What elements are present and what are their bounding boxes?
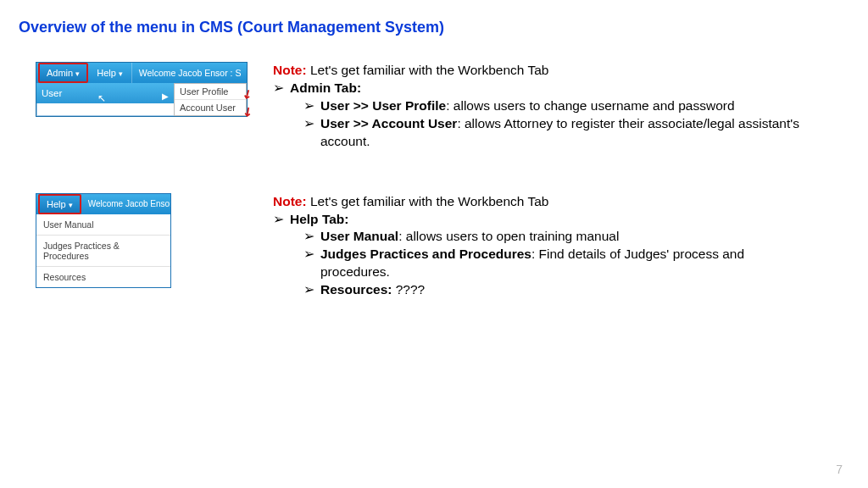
menu-bar: Admin▾ Help▾ Welcome Jacob Ensor : S [36,63,247,83]
welcome-text: Welcome Jacob Ensor : S [132,63,247,83]
user-profile-desc: : allows users to change username and pa… [446,98,734,113]
judges-practices-item[interactable]: Judges Practices & Procedures [36,236,170,267]
account-user-label: Account User [180,103,236,113]
help-menu-button[interactable]: Help▾ [38,194,81,214]
page-title: Overview of the menu in CMS (Court Manag… [0,0,868,36]
user-manual-desc: : allows users to open training manual [398,229,619,243]
resources-bold: Resources: [320,282,392,297]
account-user-item[interactable]: Account User ↙ [175,100,246,115]
resources-desc: ???? [392,282,425,297]
note-text: Let's get familiar with the Workbench Ta… [307,63,549,77]
user-flyout: User Profile ↙ Account User ↙ [174,83,247,116]
bullet-admin-tab: Admin Tab: [273,80,815,97]
admin-tab-label: Admin Tab: [290,80,361,95]
help-label: Help [47,199,66,209]
help-menu-screenshot: Help▾ Welcome Jacob Ensor : User Manual … [36,193,171,288]
admin-menu-button[interactable]: Admin▾ [38,63,88,83]
user-label: User [42,88,62,98]
user-manual-item[interactable]: User Manual [36,214,170,236]
user-profile-item[interactable]: User Profile ↙ [175,84,246,100]
callout-arrow-icon: ↙ [239,103,255,119]
resources-item[interactable]: Resources [36,267,170,287]
bullet-resources: Resources: ???? [273,281,815,299]
bullet-user-manual: User Manual: allows users to open traini… [273,228,815,246]
chevron-right-icon: ▶ [162,86,169,107]
caret-down-icon: ▾ [75,69,80,78]
note-label: Note: [273,63,307,77]
note-label: Note: [273,194,307,208]
note-line: Note: Let's get familiar with the Workbe… [273,62,815,80]
admin-menu-screenshot: Admin▾ Help▾ Welcome Jacob Ensor : S Use… [36,62,248,117]
user-manual-bold: User Manual [320,229,398,243]
help-dropdown: User Manual Judges Practices & Procedure… [36,214,170,287]
cursor-icon: ↖ [97,88,106,108]
bullet-judges-practices: Judges Practices and Procedures: Find de… [273,246,815,281]
admin-description: Note: Let's get familiar with the Workbe… [273,62,815,151]
help-menu-button[interactable]: Help▾ [88,63,132,83]
admin-submenu: User ↖ ▶ User Profile ↙ Account User ↙ [36,83,247,116]
account-user-bold: User >> Account User [320,116,457,130]
row-admin: Admin▾ Help▾ Welcome Jacob Ensor : S Use… [0,62,868,151]
menu-bar: Help▾ Welcome Jacob Ensor : [36,194,170,214]
user-profile-label: User Profile [180,86,228,97]
caret-down-icon: ▾ [119,69,123,78]
bullet-help-tab: Help Tab: [273,211,815,229]
help-label: Help [97,68,116,78]
note-text: Let's get familiar with the Workbench Ta… [307,194,549,208]
help-tab-label: Help Tab: [290,212,348,226]
admin-label: Admin [47,68,73,78]
help-description: Note: Let's get familiar with the Workbe… [273,193,815,300]
user-profile-bold: User >> User Profile [320,98,446,113]
note-line: Note: Let's get familiar with the Workbe… [273,193,815,211]
bullet-account-user: User >> Account User: allows Attorney to… [273,115,815,151]
judges-practices-bold: Judges Practices and Procedures [320,247,531,261]
welcome-text: Welcome Jacob Ensor : [81,194,170,214]
bullet-user-profile: User >> User Profile: allows users to ch… [273,97,815,115]
page-number: 7 [836,463,843,476]
row-help: Help▾ Welcome Jacob Ensor : User Manual … [0,193,868,300]
user-menu-item[interactable]: User ↖ ▶ [36,83,174,103]
caret-down-icon: ▾ [69,201,73,209]
